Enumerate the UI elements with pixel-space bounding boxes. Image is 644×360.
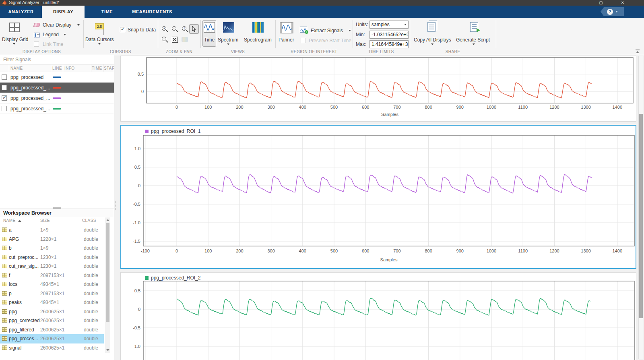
zoom-x-icon[interactable]: ↔	[170, 24, 180, 34]
signal-row[interactable]: ppg_processed_...	[0, 83, 114, 93]
signal-checkbox[interactable]	[2, 95, 7, 101]
tab-measurements[interactable]: MEASUREMENTS	[130, 6, 175, 18]
panner-button[interactable]: Panner	[279, 37, 294, 43]
copy-all-displays-button[interactable]: Copy All Displays	[414, 37, 451, 43]
chevron-down-icon[interactable]	[431, 43, 433, 45]
chevron-down-icon[interactable]	[227, 43, 229, 45]
workspace-row[interactable]: a1×9double	[0, 226, 104, 235]
workspace-row[interactable]: signal2600625×1double	[0, 343, 104, 353]
generate-script-icon	[470, 22, 478, 32]
workspace-row[interactable]: ppg_proces...2600625×1double	[0, 334, 104, 343]
display-bottom[interactable]: 0.50-0.5-1.0ppg_processed_ROI_2	[120, 272, 636, 360]
display-middle[interactable]: 1.00.50-0.5-1.0-1.5-10001002003004005006…	[120, 125, 636, 269]
middle-plot[interactable]: 1.00.50-0.5-1.0-1.5-10001002003004005006…	[121, 125, 636, 269]
svg-text:800: 800	[425, 105, 432, 110]
signal-name: ppg_processed_...	[10, 106, 51, 112]
sort-ascending-icon	[18, 220, 21, 222]
displays-scrollbar[interactable]	[638, 56, 643, 359]
spectrum-view-button[interactable]: Spectrum	[218, 37, 238, 43]
variable-name: cut_preproc...	[9, 254, 40, 260]
scroll-up-icon[interactable]	[106, 219, 109, 221]
workspace-row[interactable]: locs49345×1double	[0, 280, 104, 289]
tab-analyzer[interactable]: ANALYZER	[0, 6, 42, 18]
displays-scrollbar-thumb[interactable]	[639, 114, 643, 318]
chevron-down-icon[interactable]	[98, 43, 101, 45]
zoom-y-icon[interactable]: ↕	[180, 24, 190, 34]
filter-signals-box[interactable]	[0, 55, 114, 64]
bottom-plot[interactable]: 0.50-0.5-1.0	[121, 273, 636, 360]
workspace-scrollbar-thumb[interactable]	[106, 223, 109, 322]
signal-line-swatch	[53, 108, 61, 110]
svg-text:400: 400	[299, 248, 306, 253]
help-button[interactable]: ?	[601, 7, 624, 16]
display-top[interactable]: 0.50010020030040050060070080090010001100…	[120, 56, 636, 122]
zoom-out-icon[interactable]: −	[160, 35, 169, 44]
variable-class: double	[84, 273, 98, 278]
scroll-down-icon[interactable]	[106, 349, 109, 351]
snap-to-data-label[interactable]: Snap to Data	[128, 27, 156, 33]
signal-row[interactable]: ppg_processed_...	[0, 93, 114, 103]
collapse-ribbon-icon[interactable]	[635, 49, 640, 54]
clear-display-button[interactable]: Clear Display	[43, 22, 71, 28]
min-input[interactable]: -1.031154652e+2	[369, 31, 409, 39]
signal-checkbox[interactable]	[2, 74, 7, 80]
workspace-row[interactable]: peaks49345×1double	[0, 298, 104, 307]
tab-display[interactable]: DISPLAY	[42, 6, 85, 18]
workspace-row[interactable]: f2097153×1double	[0, 271, 104, 280]
data-cursors-button[interactable]: Data Cursors	[85, 37, 114, 42]
workspace-row[interactable]: cut_raw_sig...1230×1double	[0, 262, 104, 271]
zoom-in-icon[interactable]: +	[160, 24, 169, 34]
variable-size: 2097153×1	[40, 273, 64, 278]
workspace-row[interactable]: cut_preproc...1230×1double	[0, 253, 104, 262]
section-region-of-interest: REGION OF INTEREST	[275, 50, 353, 55]
signal-row[interactable]: ppg_processed_...	[0, 103, 114, 114]
units-dropdown[interactable]: samples	[369, 21, 409, 29]
close-icon[interactable]: ✕	[617, 0, 628, 6]
svg-text:-1.0: -1.0	[133, 344, 140, 349]
min-label: Min:	[356, 32, 365, 37]
legend-swatch	[145, 276, 149, 280]
variable-class: double	[84, 245, 98, 251]
x-axis-label: Samples	[380, 257, 398, 262]
workspace-row[interactable]: ppg_corrected2600625×1double	[0, 316, 104, 325]
workspace-row[interactable]: ppg2600625×1double	[0, 307, 104, 317]
panel-splitter-vertical[interactable]	[115, 201, 117, 212]
chevron-down-icon[interactable]	[13, 43, 15, 45]
snap-to-data-checkbox[interactable]	[120, 27, 125, 32]
preserve-start-time-label: Preserve Start Time	[309, 38, 351, 43]
chevron-down-icon[interactable]	[64, 34, 66, 35]
workspace-row[interactable]: b1×9double	[0, 244, 104, 253]
units-label: Units:	[356, 22, 368, 27]
svg-text:900: 900	[456, 105, 464, 110]
spectrogram-view-button[interactable]: Spectrogram	[244, 37, 272, 43]
maximize-icon[interactable]: ▢	[596, 0, 606, 6]
tab-time[interactable]: TIME	[85, 6, 130, 18]
workspace-scrollbar[interactable]	[105, 217, 110, 353]
workspace-browser-title: Workspace Browser	[0, 209, 114, 217]
variable-class: double	[84, 309, 98, 314]
matlab-logo-icon	[2, 0, 7, 5]
workspace-row[interactable]: APG1228×1double	[0, 235, 104, 244]
column-separator	[51, 64, 51, 72]
variable-size: 1×9	[40, 245, 48, 251]
extract-signals-icon	[300, 27, 307, 33]
legend-button[interactable]: Legend	[43, 32, 59, 37]
extract-signals-button[interactable]: Extract Signals	[311, 28, 343, 33]
chevron-down-icon[interactable]	[473, 43, 475, 45]
svg-text:1200: 1200	[549, 105, 559, 110]
chevron-down-icon[interactable]	[77, 24, 80, 26]
signal-checkbox[interactable]	[2, 106, 7, 111]
filter-signals-input[interactable]	[2, 56, 107, 63]
signal-checkbox[interactable]	[2, 85, 7, 90]
column-separator	[63, 64, 63, 72]
workspace-row[interactable]: ppg_filtered2600625×1double	[0, 325, 104, 335]
top-plot[interactable]: 0.50010020030040050060070080090010001100…	[121, 56, 636, 122]
display-grid-button[interactable]: Display Grid	[2, 37, 28, 42]
max-input[interactable]: 1.416445849e+3	[369, 40, 409, 48]
pointer-tool-icon[interactable]	[189, 24, 199, 34]
generate-script-button[interactable]: Generate Script	[456, 37, 490, 43]
workspace-row[interactable]: p2097153×1double	[0, 289, 104, 298]
chevron-down-icon[interactable]	[349, 30, 351, 31]
fit-view-icon[interactable]	[170, 35, 180, 44]
signal-row[interactable]: ppg_processed	[0, 72, 114, 83]
